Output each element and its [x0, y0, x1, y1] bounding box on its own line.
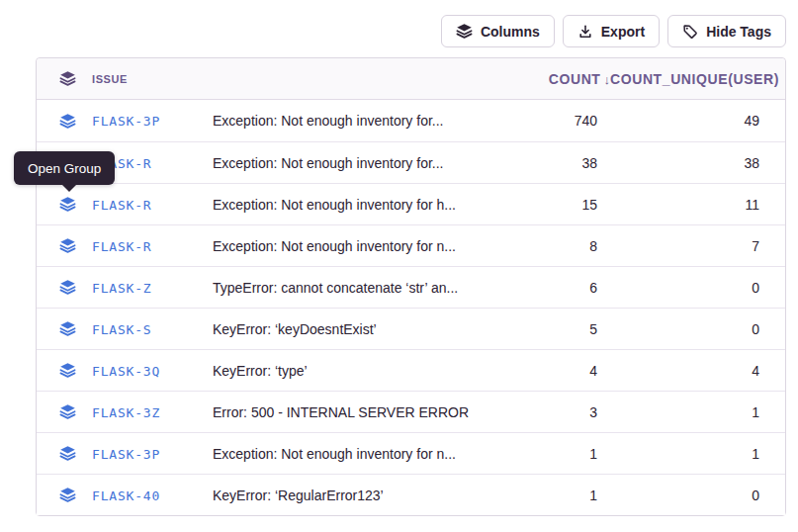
results-table: ISSUE COUNT↓ COUNT_UNIQUE(USER)	[36, 57, 786, 516]
table-row[interactable]: FLASK-S KeyError: ‘keyDoesntExist’ 5 0	[37, 308, 785, 349]
row-icon-cell	[37, 445, 92, 462]
row-icon-cell	[37, 237, 92, 254]
export-button[interactable]: Export	[563, 15, 660, 47]
count-value: 6	[507, 280, 610, 296]
layers-icon	[456, 23, 473, 40]
issue-link[interactable]: FLASK-3Q	[92, 364, 160, 379]
row-icon-cell	[37, 362, 92, 379]
count-unique-value: 1	[610, 446, 785, 462]
open-group-stack-icon[interactable]	[59, 237, 76, 254]
row-icon-cell	[37, 113, 92, 130]
count-unique-value: 49	[610, 113, 785, 129]
table-row[interactable]: FLASK-Z TypeError: cannot concatenate ‘s…	[37, 266, 785, 308]
table-row[interactable]: FLASK-3P Exception: Not enough inventory…	[37, 432, 785, 474]
download-icon	[577, 24, 593, 40]
count-unique-value: 4	[610, 363, 785, 379]
count-value: 3	[507, 404, 610, 420]
count-unique-value: 1	[610, 404, 785, 420]
header-count[interactable]: COUNT↓	[507, 71, 610, 87]
count-value: 1	[507, 446, 610, 462]
issue-link[interactable]: FLASK-R	[92, 239, 151, 254]
open-group-stack-icon[interactable]	[59, 320, 76, 337]
count-value: 4	[507, 363, 610, 379]
count-unique-value: 0	[610, 488, 785, 503]
discover-results-screen: Columns Export Hide Tags	[0, 0, 798, 532]
row-icon-cell	[37, 487, 92, 503]
row-icon-cell	[37, 279, 92, 296]
open-group-stack-icon[interactable]	[59, 362, 76, 379]
issue-link[interactable]: FLASK-Z	[92, 281, 151, 296]
issue-link[interactable]: FLASK-40	[92, 488, 160, 503]
table-row[interactable]: FLASK-R Exception: Not enough inventory …	[37, 224, 785, 266]
issue-title: Exception: Not enough inventory for n...	[213, 238, 507, 254]
table-row[interactable]: FLASK-3P Exception: Not enough inventory…	[37, 100, 785, 141]
row-icon-cell	[37, 320, 92, 337]
open-group-stack-icon[interactable]	[59, 113, 76, 130]
columns-button[interactable]: Columns	[441, 15, 555, 47]
count-value: 1	[507, 488, 610, 503]
count-unique-value: 38	[610, 155, 785, 171]
issue-link[interactable]: FLASK-S	[92, 322, 151, 337]
issue-title: Exception: Not enough inventory for n...	[213, 446, 507, 462]
issue-link[interactable]: FLASK-R	[92, 198, 151, 213]
table-row[interactable]: FLASK-3Q KeyError: ‘type’ 4 4	[37, 349, 785, 391]
tag-icon	[682, 24, 698, 40]
table-header-row: ISSUE COUNT↓ COUNT_UNIQUE(USER)	[37, 58, 785, 100]
stack-icon	[59, 70, 76, 87]
issue-link[interactable]: FLASK-3P	[92, 114, 160, 129]
count-unique-value: 11	[610, 197, 785, 213]
export-button-label: Export	[601, 24, 645, 40]
count-value: 740	[507, 113, 610, 129]
table-row[interactable]: FLASK-R Exception: Not enough inventory …	[37, 141, 785, 183]
hide-tags-button-label: Hide Tags	[706, 24, 771, 40]
row-icon-cell	[37, 403, 92, 420]
row-icon-cell	[37, 196, 92, 213]
open-group-stack-icon[interactable]	[59, 196, 76, 213]
count-value: 5	[507, 321, 610, 337]
open-group-stack-icon[interactable]	[59, 487, 76, 503]
count-value: 15	[507, 197, 610, 213]
header-issue[interactable]: ISSUE	[92, 73, 213, 85]
hide-tags-button[interactable]: Hide Tags	[667, 15, 786, 47]
tooltip-label: Open Group	[28, 161, 101, 176]
header-icon-cell	[37, 70, 92, 87]
issue-title: TypeError: cannot concatenate ‘str’ an..…	[213, 280, 507, 296]
count-unique-value: 0	[610, 280, 785, 296]
open-group-tooltip: Open Group	[14, 151, 115, 185]
issue-title: Error: 500 - INTERNAL SERVER ERROR	[213, 404, 507, 420]
open-group-stack-icon[interactable]	[59, 279, 76, 296]
issue-title: Exception: Not enough inventory for h...	[213, 197, 507, 213]
open-group-stack-icon[interactable]	[59, 445, 76, 462]
table-body: FLASK-3P Exception: Not enough inventory…	[37, 100, 785, 515]
issue-link[interactable]: FLASK-3Z	[92, 405, 160, 420]
count-value: 38	[507, 155, 610, 171]
issue-title: Exception: Not enough inventory for...	[213, 113, 507, 129]
table-row[interactable]: FLASK-R Exception: Not enough inventory …	[37, 183, 785, 224]
table-row[interactable]: FLASK-40 KeyError: ‘RegularError123’ 1 0	[37, 474, 785, 515]
issue-title: Exception: Not enough inventory for...	[213, 155, 507, 171]
header-count-unique[interactable]: COUNT_UNIQUE(USER)	[610, 71, 785, 87]
table-toolbar: Columns Export Hide Tags	[441, 15, 786, 47]
table-row[interactable]: FLASK-3Z Error: 500 - INTERNAL SERVER ER…	[37, 391, 785, 432]
open-group-stack-icon[interactable]	[59, 403, 76, 420]
issue-title: KeyError: ‘RegularError123’	[213, 488, 507, 503]
count-unique-value: 7	[610, 238, 785, 254]
issue-title: KeyError: ‘keyDoesntExist’	[213, 321, 507, 337]
count-value: 8	[507, 238, 610, 254]
columns-button-label: Columns	[481, 24, 540, 40]
count-unique-value: 0	[610, 321, 785, 337]
issue-link[interactable]: FLASK-3P	[92, 447, 160, 462]
issue-title: KeyError: ‘type’	[213, 363, 507, 379]
tooltip-arrow	[62, 185, 76, 192]
